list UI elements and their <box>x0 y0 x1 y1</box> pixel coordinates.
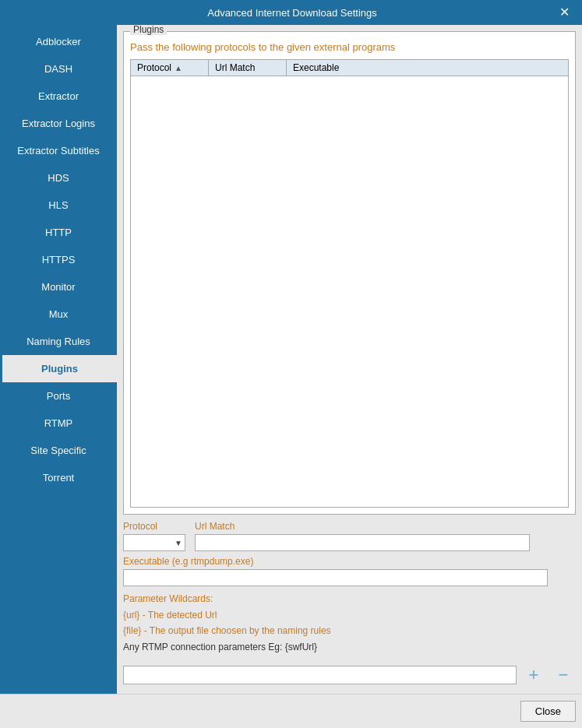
wildcard-file-text: {file} - The output file choosen by the … <box>123 625 331 636</box>
table-body <box>131 76 568 388</box>
main-content: AdblockerDASHExtractorExtractor LoginsEx… <box>0 25 582 694</box>
sidebar-item-hds[interactable]: HDS <box>0 164 117 192</box>
wildcards-title: Parameter Wildcards: <box>123 591 576 607</box>
executable-input[interactable] <box>123 569 548 586</box>
sidebar-item-hls[interactable]: HLS <box>0 192 117 219</box>
window-close-button[interactable]: ✕ <box>556 5 573 20</box>
col-header-protocol[interactable]: Protocol ▲ <box>131 60 209 76</box>
wildcards-title-text: Parameter Wildcards: <box>123 593 213 604</box>
close-button[interactable]: Close <box>520 701 576 722</box>
sidebar-item-monitor[interactable]: Monitor <box>0 273 117 301</box>
wildcard-url-line: {url} - The detected Url <box>123 607 576 623</box>
table-header: Protocol ▲ Url Match Executable <box>131 60 568 76</box>
sidebar-item-http[interactable]: HTTP <box>0 219 117 246</box>
footer-bar: Close <box>0 694 582 728</box>
add-remove-input[interactable] <box>123 666 517 684</box>
col-header-urlmatch[interactable]: Url Match <box>209 60 287 76</box>
plugins-legend: Plugins <box>130 25 167 35</box>
sidebar-item-extractor-subtitles[interactable]: Extractor Subtitles <box>0 137 117 164</box>
protocol-select-wrap: rtmp rtmpe rtmps rtmpt rtmpte ▼ <box>123 534 185 551</box>
sidebar-item-https[interactable]: HTTPS <box>0 246 117 273</box>
sidebar-item-torrent[interactable]: Torrent <box>0 464 117 491</box>
right-panel: Plugins Pass the following protocols to … <box>117 25 582 694</box>
remove-button[interactable]: − <box>551 663 576 688</box>
wildcard-url-text: {url} - The detected Url <box>123 610 217 621</box>
sidebar-item-dash[interactable]: DASH <box>0 55 117 83</box>
add-button[interactable]: + <box>521 663 546 688</box>
protocol-field: Protocol rtmp rtmpe rtmps rtmpt rtmpte ▼ <box>123 521 185 551</box>
col-protocol-label: Protocol <box>137 62 171 73</box>
protocol-select[interactable]: rtmp rtmpe rtmps rtmpt rtmpte <box>123 534 185 551</box>
protocol-urlmatch-row: Protocol rtmp rtmpe rtmps rtmpt rtmpte ▼ <box>123 521 576 551</box>
sidebar-item-naming-rules[interactable]: Naming Rules <box>0 328 117 355</box>
sidebar-item-site-specific[interactable]: Site Specific <box>0 437 117 464</box>
title-bar: Advanced Internet Download Settings ✕ <box>0 0 582 25</box>
protocol-label: Protocol <box>123 521 185 532</box>
instruction-text: Pass the following protocols to the give… <box>130 41 569 53</box>
executable-field: Executable (e.g rtmpdump.exe) <box>123 556 576 586</box>
window-title: Advanced Internet Download Settings <box>28 7 556 19</box>
sidebar-item-rtmp[interactable]: RTMP <box>0 410 117 437</box>
sidebar-item-extractor[interactable]: Extractor <box>0 83 117 110</box>
sidebar: AdblockerDASHExtractorExtractor LoginsEx… <box>0 25 117 694</box>
wildcard-file-line: {file} - The output file choosen by the … <box>123 623 576 638</box>
bottom-form: Protocol rtmp rtmpe rtmps rtmpt rtmpte ▼ <box>123 521 576 688</box>
wildcard-rtmp-line: Any RTMP connection parameters Eg: {swfU… <box>123 639 576 655</box>
urlmatch-label: Url Match <box>195 521 530 532</box>
sidebar-item-adblocker[interactable]: Adblocker <box>0 28 117 55</box>
sidebar-item-extractor-logins[interactable]: Extractor Logins <box>0 110 117 137</box>
urlmatch-field: Url Match <box>195 521 530 551</box>
plugins-group: Plugins Pass the following protocols to … <box>123 31 576 515</box>
sidebar-item-mux[interactable]: Mux <box>0 301 117 328</box>
wildcard-rtmp-text: Any RTMP connection parameters Eg: {swfU… <box>123 642 317 652</box>
urlmatch-input[interactable] <box>195 534 530 551</box>
wildcards-section: Parameter Wildcards: {url} - The detecte… <box>123 591 576 655</box>
sort-arrow-icon: ▲ <box>175 64 182 72</box>
col-executable-label: Executable <box>293 62 339 73</box>
add-remove-row: + − <box>123 663 576 688</box>
plugins-table: Protocol ▲ Url Match Executable <box>130 59 569 508</box>
col-urlmatch-label: Url Match <box>215 62 255 73</box>
main-window: Advanced Internet Download Settings ✕ Ad… <box>0 0 582 728</box>
sidebar-item-ports[interactable]: Ports <box>0 382 117 410</box>
executable-label: Executable (e.g rtmpdump.exe) <box>123 556 576 567</box>
sidebar-item-plugins[interactable]: Plugins <box>0 355 117 382</box>
col-header-executable[interactable]: Executable <box>287 60 568 76</box>
